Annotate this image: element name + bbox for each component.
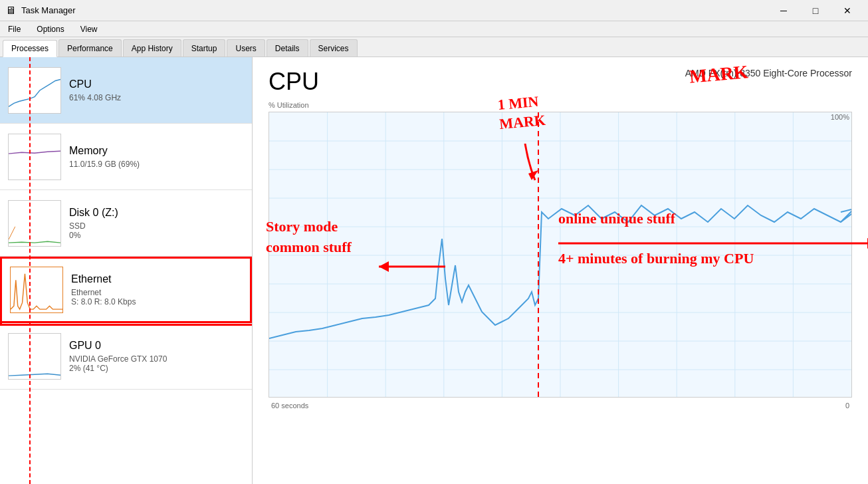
annotation-online: online unique stuff [558,210,675,227]
memory-name: Memory [69,145,244,157]
svg-rect-1 [9,134,60,180]
menu-view[interactable]: View [78,23,100,35]
svg-rect-2 [9,201,60,246]
title-bar: 🖥 Task Manager ─ □ ✕ [0,0,868,21]
memory-sub: 11.0/15.9 GB (69%) [69,160,244,169]
annotation-1min: 1 MINMARK [497,92,546,134]
cpu-title: CPU [269,68,319,96]
disk-info: Disk 0 (Z:) SSD 0% [69,207,244,240]
cpu-name: CPU [69,78,244,90]
left-panel: CPU 61% 4.08 GHz Memory 11.0/15.9 GB (69… [0,57,253,484]
tab-users[interactable]: Users [227,39,265,57]
tab-performance[interactable]: Performance [58,39,122,57]
gpu-sub1: NVIDIA GeForce GTX 1070 [69,354,244,364]
maximize-button[interactable]: □ [800,0,831,21]
ethernet-info: Ethernet Ethernet S: 8.0 R: 8.0 Kbps [71,273,242,306]
ethernet-name: Ethernet [71,273,242,285]
disk-mini-chart [8,200,61,247]
chart-100-percent: 100% [831,113,849,121]
disk-sub2: 0% [69,231,244,240]
tab-processes[interactable]: Processes [3,40,57,57]
arrow-tab-to-chart [253,57,399,64]
disk-sub1: SSD [69,221,244,231]
tab-services[interactable]: Services [310,39,358,57]
ethernet-sub2: S: 8.0 R: 8.0 Kbps [71,297,242,306]
tab-details[interactable]: Details [267,39,308,57]
memory-info: Memory 11.0/15.9 GB (69%) [69,145,244,169]
resource-item-memory[interactable]: Memory 11.0/15.9 GB (69%) [0,124,252,190]
close-button[interactable]: ✕ [832,0,863,21]
title-bar-left: 🖥 Task Manager [5,5,76,17]
resource-item-gpu[interactable]: GPU 0 NVIDIA GeForce GTX 1070 2% (41 °C) [0,323,252,390]
annotation-story-mode: Story modecommon stuff [266,217,352,258]
chart-60-seconds: 60 seconds [271,402,308,410]
cpu-header: CPU AMD FX(tm)-8350 Eight-Core Processor [269,68,852,96]
gpu-name: GPU 0 [69,340,244,352]
menu-file[interactable]: File [5,23,23,35]
chart-zero: 0 [845,402,849,410]
gpu-sub2: 2% (41 °C) [69,364,244,373]
menu-bar: File Options View [0,21,868,37]
app-title: Task Manager [21,5,76,15]
tab-bar: Processes Performance App History Startu… [0,37,868,57]
menu-options[interactable]: Options [34,23,66,35]
resource-item-ethernet[interactable]: Ethernet Ethernet S: 8.0 R: 8.0 Kbps [0,257,252,323]
ethernet-sub1: Ethernet [71,288,242,297]
svg-rect-5 [9,334,60,379]
tab-app-history[interactable]: App History [123,39,181,57]
gpu-mini-chart [8,333,61,380]
minimize-button[interactable]: ─ [768,0,799,21]
utilization-label: % Utilization [269,101,852,109]
gpu-info: GPU 0 NVIDIA GeForce GTX 1070 2% (41 °C) [69,340,244,373]
ethernet-mini-chart [10,267,63,313]
cpu-info: CPU 61% 4.08 GHz [69,78,244,102]
resource-item-cpu[interactable]: CPU 61% 4.08 GHz [0,57,252,124]
cpu-mini-chart [8,67,61,114]
annotation-burning: 4+ minutes of burning my CPU [558,250,754,267]
app-icon: 🖥 [5,5,16,17]
disk-name: Disk 0 (Z:) [69,207,244,219]
svg-rect-0 [9,68,60,113]
resource-item-disk[interactable]: Disk 0 (Z:) SSD 0% [0,190,252,257]
tab-startup[interactable]: Startup [183,39,226,57]
cpu-sub: 61% 4.08 GHz [69,93,244,102]
main-content: CPU 61% 4.08 GHz Memory 11.0/15.9 GB (69… [0,57,868,484]
title-bar-controls: ─ □ ✕ [768,0,863,21]
memory-mini-chart [8,134,61,180]
right-panel: CPU AMD FX(tm)-8350 Eight-Core Processor… [253,57,868,484]
